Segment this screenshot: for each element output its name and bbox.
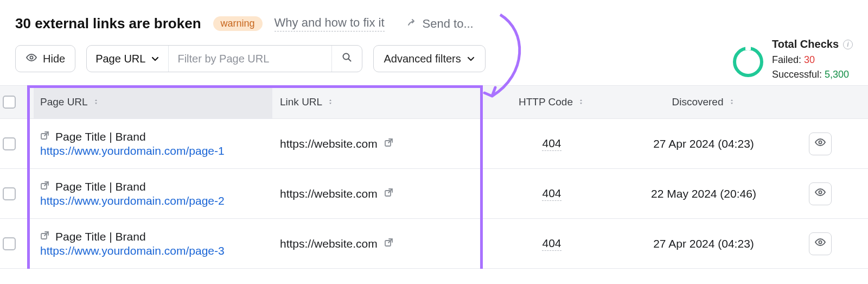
send-to-label: Send to...	[423, 17, 474, 31]
stats-ring-icon	[733, 47, 763, 77]
column-http-code[interactable]: HTTP Code	[489, 96, 614, 108]
view-button[interactable]	[809, 132, 832, 155]
advanced-filters-label: Advanced filters	[384, 53, 461, 65]
failed-value: 30	[804, 54, 815, 65]
search-icon	[342, 52, 353, 65]
page-url-link[interactable]: https://www.yourdomain.com/page-1	[40, 144, 225, 157]
page-title-text: Page Title | Brand	[55, 180, 146, 193]
why-how-link[interactable]: Why and how to fix it	[275, 16, 385, 31]
sort-icon	[728, 99, 736, 105]
warning-badge: warning	[213, 16, 263, 31]
sort-icon	[327, 99, 334, 105]
successful-label: Successful:	[772, 69, 822, 80]
discovered-value: 22 May 2024 (20:46)	[651, 187, 756, 200]
row-checkbox[interactable]	[3, 187, 16, 200]
table-row: Page Title | Brand https://www.yourdomai…	[0, 119, 868, 169]
filter-input[interactable]	[169, 46, 331, 72]
column-page-url-label: Page URL	[40, 96, 88, 108]
page-title: 30 external links are broken	[15, 15, 201, 32]
info-icon[interactable]: i	[843, 40, 853, 49]
page-title-text: Page Title | Brand	[55, 130, 146, 143]
column-page-url[interactable]: Page URL	[34, 86, 272, 118]
column-link-url[interactable]: Link URL	[272, 96, 489, 108]
chevron-down-icon	[467, 53, 475, 65]
link-url-text: https://website.com	[280, 237, 378, 250]
http-code-value[interactable]: 404	[542, 137, 561, 151]
discovered-value: 27 Apr 2024 (04:23)	[653, 237, 754, 250]
column-link-url-label: Link URL	[280, 96, 322, 108]
table-header: Page URL Link URL HTTP Code Discovered	[0, 85, 868, 119]
sort-icon	[92, 99, 100, 105]
external-link-icon[interactable]	[384, 137, 394, 150]
external-link-icon[interactable]	[40, 230, 50, 243]
table-row: Page Title | Brand https://www.yourdomai…	[0, 219, 868, 269]
send-to-button[interactable]: Send to...	[406, 17, 474, 31]
total-checks-stats: Total Checks i Failed: 30 Successful: 5,…	[733, 38, 853, 82]
link-url-text: https://website.com	[280, 187, 378, 200]
external-link-icon[interactable]	[40, 130, 50, 143]
eye-icon	[814, 187, 826, 200]
eye-icon	[814, 237, 826, 250]
row-checkbox[interactable]	[3, 137, 16, 150]
page-url-link[interactable]: https://www.yourdomain.com/page-3	[40, 244, 225, 257]
table-row: Page Title | Brand https://www.yourdomai…	[0, 169, 868, 219]
filter-field-label: Page URL	[95, 53, 145, 65]
external-link-icon[interactable]	[384, 187, 394, 200]
page-title-text: Page Title | Brand	[55, 230, 146, 243]
column-http-code-label: HTTP Code	[519, 96, 573, 108]
hide-label: Hide	[43, 53, 65, 65]
discovered-value: 27 Apr 2024 (04:23)	[653, 137, 754, 150]
row-checkbox[interactable]	[3, 237, 16, 250]
eye-icon	[25, 53, 37, 65]
chevron-down-icon	[151, 53, 159, 65]
filter-group: Page URL	[86, 45, 362, 72]
link-url-text: https://website.com	[280, 137, 378, 150]
column-discovered[interactable]: Discovered	[614, 96, 793, 108]
filter-field-dropdown[interactable]: Page URL	[87, 46, 169, 72]
successful-value: 5,300	[825, 69, 849, 80]
select-all-checkbox[interactable]	[3, 96, 16, 109]
http-code-value[interactable]: 404	[542, 187, 561, 201]
hide-button[interactable]: Hide	[15, 45, 75, 72]
external-link-icon[interactable]	[384, 237, 394, 250]
sort-icon	[577, 99, 585, 105]
total-checks-label: Total Checks	[772, 38, 839, 51]
view-button[interactable]	[809, 232, 832, 255]
eye-icon	[814, 137, 826, 150]
advanced-filters-button[interactable]: Advanced filters	[373, 45, 485, 72]
failed-label: Failed:	[772, 54, 801, 65]
http-code-value[interactable]: 404	[542, 237, 561, 251]
share-icon	[406, 17, 417, 31]
external-link-icon[interactable]	[40, 180, 50, 193]
view-button[interactable]	[809, 182, 832, 205]
column-discovered-label: Discovered	[672, 96, 723, 108]
page-url-link[interactable]: https://www.yourdomain.com/page-2	[40, 194, 225, 207]
filter-search-button[interactable]	[331, 46, 362, 72]
